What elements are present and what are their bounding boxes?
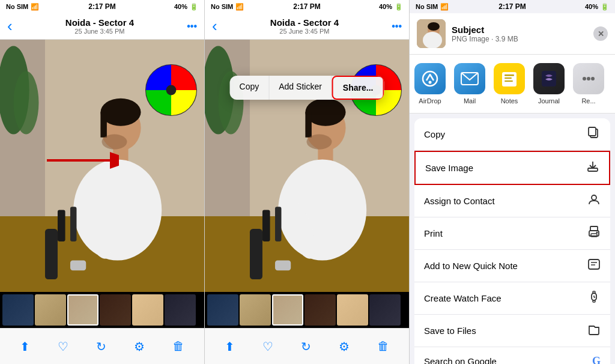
back-button-1[interactable]: ‹: [7, 17, 13, 35]
airdrop-icon: [414, 63, 446, 94]
nav-title-main-1: Noida - Sector 4: [13, 17, 187, 28]
action-assign-contact-icon: [587, 193, 601, 209]
more-apps-icon: [573, 63, 604, 94]
share-info: Subject PNG Image · 3.9 MB: [452, 25, 587, 43]
action-save-image[interactable]: Save Image: [414, 151, 610, 185]
contact-icon-svg: [587, 193, 601, 206]
svg-rect-69: [593, 300, 595, 302]
thumb-1[interactable]: [2, 294, 34, 326]
action-copy[interactable]: Copy: [414, 118, 610, 151]
battery-percent-2: 40%: [379, 3, 392, 10]
action-assign-contact[interactable]: Assign to Contact: [414, 185, 610, 217]
thumbnail-strip-2: [205, 292, 409, 328]
thumb-3[interactable]: [67, 294, 98, 326]
svg-rect-54: [589, 127, 596, 136]
svg-point-52: [591, 77, 595, 80]
thumb-p2-3[interactable]: [272, 294, 303, 326]
action-print[interactable]: Print: [414, 217, 610, 250]
svg-rect-48: [504, 80, 513, 82]
thumb-5[interactable]: [132, 294, 163, 326]
journal-icon: [533, 63, 565, 94]
app-airdrop[interactable]: AirDrop: [414, 63, 446, 105]
adjust-icon-2[interactable]: ⚙: [339, 339, 350, 354]
bottom-toolbar-2: ⬆ ♡ ↻ ⚙ 🗑: [205, 328, 409, 364]
adjust-icon-1[interactable]: ⚙: [134, 339, 145, 354]
app-journal[interactable]: Journal: [533, 63, 565, 105]
action-watch-face-label: Create Watch Face: [424, 293, 501, 303]
more-svg: [580, 70, 597, 87]
svg-rect-17: [45, 229, 58, 279]
action-save-files-icon: [587, 323, 601, 339]
action-copy-label: Copy: [424, 129, 445, 139]
rotate-icon-1[interactable]: ↻: [96, 339, 106, 354]
share-icon-1[interactable]: ⬆: [20, 339, 30, 354]
svg-rect-36: [275, 207, 282, 241]
share-file-title: Subject: [452, 25, 587, 35]
more-button-1[interactable]: •••: [187, 21, 197, 32]
files-icon-svg: [587, 323, 601, 336]
trash-icon-1[interactable]: 🗑: [172, 339, 184, 353]
context-add-sticker[interactable]: Add Sticker: [269, 76, 332, 100]
thumb-2[interactable]: [35, 294, 66, 326]
photo-area-1: [0, 40, 204, 292]
thumb-p2-6[interactable]: [369, 294, 401, 326]
svg-rect-45: [502, 72, 517, 86]
action-print-label: Print: [424, 228, 443, 238]
action-search-google-label: Search on Google: [424, 356, 497, 364]
svg-point-57: [592, 195, 596, 200]
svg-point-50: [583, 77, 586, 80]
thumb-p2-2[interactable]: [240, 294, 271, 326]
app-more[interactable]: Re...: [573, 63, 604, 105]
action-save-files-label: Save to Files: [424, 326, 476, 336]
nav-title-main-2: Noida - Sector 4: [217, 17, 392, 28]
panel-2: No SIM 📶 2:17 PM 40% 🔋 ‹ Noida - Sector …: [205, 0, 410, 364]
thumb-6[interactable]: [165, 294, 196, 326]
svg-rect-35: [262, 210, 270, 242]
action-save-image-icon: [586, 160, 599, 176]
share-time: 2:17 PM: [498, 2, 526, 11]
share-close-button[interactable]: ✕: [593, 26, 608, 41]
app-notes[interactable]: Notes: [494, 63, 525, 105]
mail-icon: [454, 63, 485, 94]
battery-icon-2: 🔋: [395, 3, 403, 11]
nav-bar-1: ‹ Noida - Sector 4 25 June 3:45 PM •••: [0, 13, 204, 40]
more-button-2[interactable]: •••: [392, 21, 402, 32]
action-search-google[interactable]: Search on Google G: [414, 347, 610, 364]
carrier-1: No SIM: [6, 3, 28, 10]
heart-icon-2[interactable]: ♡: [262, 339, 273, 354]
print-icon-svg: [587, 225, 601, 238]
action-watch-face-icon: [587, 290, 601, 306]
context-menu-bubble: Copy Add Sticker Share...: [230, 76, 384, 100]
mail-label: Mail: [464, 97, 476, 105]
share-icon-2[interactable]: ⬆: [225, 339, 235, 354]
app-icons-row: AirDrop Mail Notes: [410, 55, 615, 114]
nav-title-2: Noida - Sector 4 25 June 3:45 PM: [217, 17, 392, 35]
context-copy[interactable]: Copy: [230, 76, 270, 100]
action-save-files[interactable]: Save to Files: [414, 315, 610, 347]
trash-icon-2[interactable]: 🗑: [377, 339, 389, 353]
rotate-icon-2[interactable]: ↻: [301, 339, 311, 354]
svg-point-4: [13, 71, 38, 135]
notes-svg: [501, 70, 518, 88]
battery-icon-1: 🔋: [190, 3, 198, 11]
context-share[interactable]: Share...: [332, 76, 384, 100]
svg-point-61: [596, 232, 598, 234]
action-watch-face[interactable]: Create Watch Face: [414, 282, 610, 315]
thumb-4[interactable]: [100, 294, 131, 326]
action-save-image-label: Save Image: [425, 163, 473, 173]
action-google-icon: G: [592, 355, 601, 364]
svg-rect-15: [58, 210, 65, 242]
app-mail[interactable]: Mail: [454, 63, 485, 105]
heart-icon-1[interactable]: ♡: [58, 339, 68, 354]
thumb-p2-1[interactable]: [207, 294, 238, 326]
nav-title-1: Noida - Sector 4 25 June 3:45 PM: [13, 17, 187, 35]
watch-icon-svg: [587, 290, 601, 303]
airdrop-svg: [421, 70, 439, 88]
quick-note-icon-svg: [587, 258, 601, 271]
action-quick-note[interactable]: Add to New Quick Note: [414, 250, 610, 282]
bottom-toolbar-1: ⬆ ♡ ↻ ⚙ 🗑: [0, 328, 204, 364]
back-button-2[interactable]: ‹: [212, 17, 217, 35]
thumb-p2-5[interactable]: [337, 294, 368, 326]
thumb-p2-4[interactable]: [304, 294, 336, 326]
battery-percent-1: 40%: [174, 3, 187, 10]
